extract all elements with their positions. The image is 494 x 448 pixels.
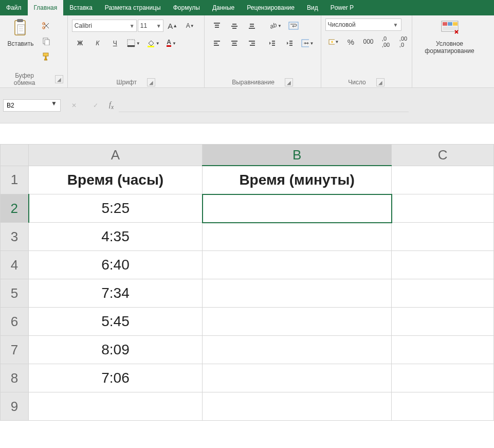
svg-rect-21: [214, 41, 220, 42]
cell[interactable]: Время (минуты): [203, 166, 392, 194]
formula-input[interactable]: [119, 99, 409, 112]
select-all-cell[interactable]: [1, 145, 29, 166]
italic-button[interactable]: К: [89, 36, 106, 50]
font-size-input[interactable]: [138, 22, 155, 29]
decrease-font-button[interactable]: A▼: [182, 19, 198, 33]
cell[interactable]: [203, 392, 392, 421]
cancel-formula-button[interactable]: ✕: [66, 98, 82, 113]
fx-icon[interactable]: fx: [109, 101, 114, 111]
font-size-dropdown[interactable]: ▼: [138, 20, 163, 32]
cell[interactable]: [392, 194, 494, 223]
paste-button[interactable]: Вставить: [4, 19, 37, 47]
increase-decimal-button[interactable]: ,0,00: [378, 34, 394, 49]
row-header[interactable]: 8: [1, 364, 29, 392]
row-header[interactable]: 7: [1, 336, 29, 364]
align-middle-button[interactable]: [226, 19, 243, 33]
column-header[interactable]: A: [29, 145, 203, 166]
dialog-launcher-icon[interactable]: ◢: [285, 78, 293, 86]
cell[interactable]: [203, 251, 392, 279]
bold-button[interactable]: Ж: [72, 36, 88, 50]
dialog-launcher-icon[interactable]: ◢: [55, 75, 63, 83]
cell[interactable]: [392, 166, 494, 194]
comma-button[interactable]: 000: [360, 34, 377, 49]
tab-файл[interactable]: Файл: [0, 0, 28, 15]
cell[interactable]: [392, 336, 494, 364]
cell[interactable]: [392, 308, 494, 336]
align-right-button[interactable]: [244, 36, 260, 50]
currency-button[interactable]: ▼: [325, 34, 342, 49]
cell[interactable]: 7:34: [29, 279, 203, 308]
cell[interactable]: [392, 279, 494, 308]
cell[interactable]: 5:45: [29, 308, 203, 336]
orientation-button[interactable]: ab▼: [267, 19, 284, 33]
row-header[interactable]: 2: [1, 194, 29, 223]
number-format-dropdown[interactable]: ▼: [325, 19, 401, 31]
tab-рецензирование[interactable]: Рецензирование: [241, 0, 301, 15]
ribbon: Вставить Буфер обмена◢ ▼ ▼ A▲ A▼ Ж К Ч ▼: [0, 15, 494, 88]
align-center-button[interactable]: [226, 36, 243, 50]
cell[interactable]: [203, 364, 392, 392]
copy-button[interactable]: [38, 34, 54, 48]
name-box[interactable]: ▼: [3, 99, 61, 112]
cell[interactable]: [392, 251, 494, 279]
align-bottom-button[interactable]: [244, 19, 260, 33]
cell[interactable]: 6:40: [29, 251, 203, 279]
row-header[interactable]: 4: [1, 251, 29, 279]
row-header[interactable]: 1: [1, 166, 29, 194]
column-header[interactable]: C: [392, 145, 494, 166]
tab-вид[interactable]: Вид: [301, 0, 324, 15]
row-header[interactable]: 9: [1, 392, 29, 421]
dialog-launcher-icon[interactable]: ◢: [147, 78, 155, 86]
tab-формулы[interactable]: Формулы: [167, 0, 206, 15]
paste-icon: [11, 19, 30, 37]
cut-button[interactable]: [38, 19, 54, 33]
border-button[interactable]: ▼: [124, 36, 143, 50]
cell[interactable]: 4:35: [29, 223, 203, 251]
copy-icon: [42, 37, 50, 45]
increase-font-button[interactable]: A▲: [164, 19, 181, 33]
dialog-launcher-icon[interactable]: ◢: [376, 78, 385, 86]
svg-rect-16: [232, 28, 236, 29]
conditional-formatting-button[interactable]: Условное форматирование: [416, 19, 483, 55]
font-name-dropdown[interactable]: ▼: [72, 20, 137, 32]
align-left-button[interactable]: [209, 36, 225, 50]
wrap-text-button[interactable]: [285, 19, 302, 33]
row-header[interactable]: 3: [1, 223, 29, 251]
cell[interactable]: [203, 194, 392, 223]
cell[interactable]: [392, 223, 494, 251]
enter-formula-button[interactable]: ✓: [87, 98, 104, 113]
decrease-indent-button[interactable]: [264, 36, 280, 50]
cell[interactable]: 8:09: [29, 336, 203, 364]
decrease-decimal-button[interactable]: ,00,0: [395, 34, 412, 49]
tab-вставка[interactable]: Вставка: [63, 0, 99, 15]
name-box-input[interactable]: [4, 100, 51, 111]
cell[interactable]: 5:25: [29, 194, 203, 223]
cell[interactable]: [29, 392, 203, 421]
cell[interactable]: 7:06: [29, 364, 203, 392]
merge-button[interactable]: ▼: [299, 36, 317, 50]
number-format-input[interactable]: [326, 21, 392, 28]
row-header[interactable]: 5: [1, 279, 29, 308]
tab-разметка страницы[interactable]: Разметка страницы: [99, 0, 167, 15]
tab-power p[interactable]: Power P: [324, 0, 360, 15]
cell[interactable]: [392, 392, 494, 421]
tab-главная[interactable]: Главная: [28, 0, 64, 15]
tab-данные[interactable]: Данные: [206, 0, 241, 15]
cell[interactable]: [203, 279, 392, 308]
cell[interactable]: [203, 223, 392, 251]
cell[interactable]: [392, 364, 494, 392]
cell[interactable]: Время (часы): [29, 166, 203, 194]
scissors-icon: [42, 22, 50, 30]
cell[interactable]: [203, 336, 392, 364]
increase-indent-button[interactable]: [281, 36, 298, 50]
row-header[interactable]: 6: [1, 308, 29, 336]
fill-color-button[interactable]: ▼: [144, 36, 162, 50]
cell[interactable]: [203, 308, 392, 336]
font-color-button[interactable]: А▼: [163, 36, 180, 50]
font-name-input[interactable]: [72, 22, 128, 29]
percent-button[interactable]: %: [343, 34, 359, 49]
align-top-button[interactable]: [209, 19, 225, 33]
column-header[interactable]: B: [203, 145, 392, 166]
format-painter-button[interactable]: [38, 49, 54, 64]
underline-button[interactable]: Ч: [107, 36, 123, 50]
